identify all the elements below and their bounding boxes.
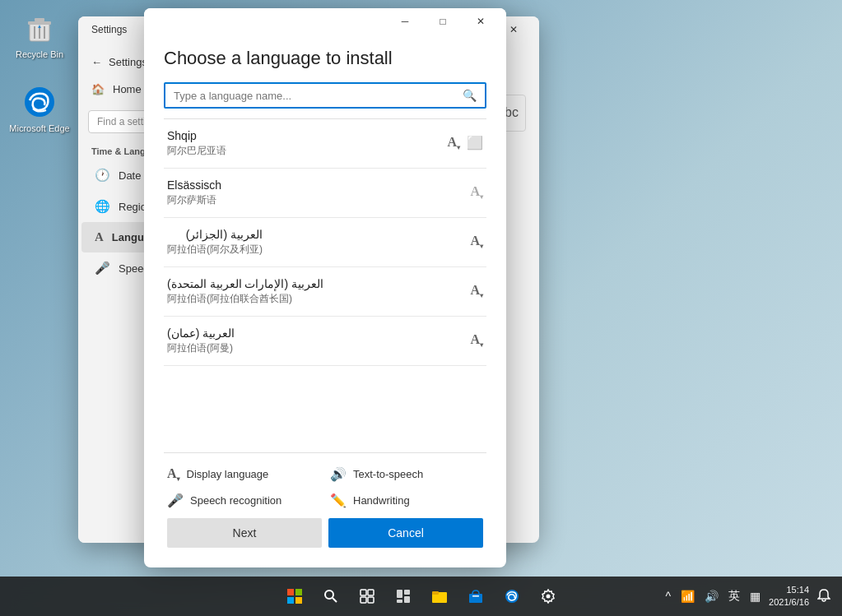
search-button[interactable] (314, 580, 347, 613)
taskbar-clock[interactable]: 15:14 2021/6/16 (769, 584, 809, 609)
speech-recognition-icon: 🎤 (167, 493, 184, 508)
taskbar: ^ 📶 🔊 英 ▦ 15:14 2021/6/16 (0, 577, 842, 616)
lang-native-arabic-oman: 阿拉伯语(阿曼) (167, 341, 235, 355)
next-button[interactable]: Next (167, 518, 322, 548)
notification-icon[interactable] (814, 586, 834, 608)
cancel-button[interactable]: Cancel (328, 518, 483, 548)
lang-search-input[interactable] (174, 90, 463, 102)
start-button[interactable] (278, 580, 311, 613)
lang-native-elsassisch: 阿尔萨斯语 (167, 193, 221, 207)
lang-native-arabic-algeria: 阿拉伯语(阿尔及利亚) (167, 243, 263, 257)
lang-dialog-buttons: Next Cancel (164, 518, 486, 554)
lang-titlebar-buttons: ─ □ ✕ (386, 8, 500, 35)
clock-icon: 🕐 (95, 168, 110, 183)
feature-text-to-speech: 🔊 Text-to-speech (330, 466, 483, 483)
handwriting-label: Handwriting (353, 494, 410, 507)
lang-item-arabic-oman[interactable]: العربية (عمان) 阿拉伯语(阿曼) A▾ (164, 317, 486, 366)
lang-item-info-arabic-algeria: العربية (الجزائر) 阿拉伯语(阿尔及利亚) (167, 228, 263, 257)
lang-icons-shqip: A▾ ⬜ (447, 135, 483, 151)
lang-maximize-button[interactable]: □ (424, 8, 462, 35)
display-lang-icon-arabic-uae: A▾ (470, 283, 483, 299)
svg-rect-13 (361, 590, 366, 595)
edge-image (20, 82, 59, 122)
display-language-icon: A▾ (167, 466, 180, 483)
lang-item-shqip[interactable]: Shqip 阿尔巴尼亚语 A▾ ⬜ (164, 119, 486, 169)
svg-rect-7 (287, 589, 294, 595)
lang-search-box[interactable]: 🔍 (164, 82, 486, 109)
lang-item-info-arabic-oman: العربية (عمان) 阿拉伯语(阿曼) (167, 327, 235, 355)
lang-item-info-arabic-uae: العربية (الإمارات العربية المتحدة) 阿拉伯语(… (167, 277, 323, 306)
lang-dialog-content: Choose a language to install 🔍 Shqip 阿尔巴… (144, 35, 506, 567)
display-lang-icon-shqip: A▾ (447, 135, 460, 151)
lang-item-info-elsassisch: Elsässisch 阿尔萨斯语 (167, 178, 221, 207)
handwriting-icon-shqip: ⬜ (467, 135, 483, 151)
lang-icons-arabic-uae: A▾ (470, 283, 483, 299)
lang-dialog-titlebar: ─ □ ✕ (144, 8, 506, 35)
svg-rect-14 (368, 590, 374, 595)
svg-rect-2 (35, 18, 44, 21)
svg-rect-18 (404, 590, 410, 595)
lang-native-arabic-uae: 阿拉伯语(阿拉伯联合酋长国) (167, 292, 323, 306)
feature-display-language: A▾ Display language (167, 466, 320, 483)
task-view-button[interactable] (351, 580, 384, 613)
svg-rect-10 (295, 597, 302, 604)
recycle-bin-label: Recycle Bin (16, 49, 63, 59)
lang-list: Shqip 阿尔巴尼亚语 A▾ ⬜ Elsässisch 阿尔萨斯语 (164, 118, 486, 452)
svg-rect-19 (397, 600, 402, 603)
store-button[interactable] (459, 580, 492, 613)
lang-name-arabic-algeria: العربية (الجزائر) (167, 228, 263, 241)
svg-rect-1 (28, 21, 51, 25)
settings-taskbar-button[interactable] (532, 580, 565, 613)
lang-item-arabic-algeria[interactable]: العربية (الجزائر) 阿拉伯语(阿尔及利亚) A▾ (164, 218, 486, 267)
home-icon: 🏠 (91, 83, 105, 95)
svg-rect-17 (397, 590, 402, 598)
lang-icons-arabic-oman: A▾ (470, 332, 483, 349)
back-icon: ← (91, 56, 102, 68)
svg-point-6 (25, 87, 54, 117)
lang-icons-arabic-algeria: A▾ (470, 234, 483, 250)
svg-line-12 (333, 598, 337, 602)
time-display: 15:14 (769, 584, 809, 596)
lang-name-shqip: Shqip (167, 129, 226, 142)
lang-name-arabic-uae: العربية (الإمارات العربية المتحدة) (167, 277, 323, 290)
taskbar-right: ^ 📶 🔊 英 ▦ 15:14 2021/6/16 (662, 584, 842, 609)
ime-icon[interactable]: ▦ (747, 586, 764, 606)
network-icon[interactable]: 📶 (677, 586, 698, 606)
recycle-bin-icon[interactable]: Recycle Bin (7, 8, 72, 59)
lang-indicator[interactable]: 英 (725, 586, 743, 607)
lang-item-elsassisch[interactable]: Elsässisch 阿尔萨斯语 A▾ (164, 169, 486, 218)
edge-label: Microsoft Edge (9, 123, 69, 133)
display-language-label: Display language (187, 468, 269, 480)
speech-icon: 🎤 (95, 261, 110, 276)
edge-taskbar-button[interactable] (495, 580, 528, 613)
volume-icon[interactable]: 🔊 (701, 586, 722, 606)
tray-expand-icon[interactable]: ^ (662, 586, 674, 606)
widgets-button[interactable] (387, 580, 420, 613)
feature-speech-recognition: 🎤 Speech recognition (167, 493, 320, 508)
handwriting-feature-icon: ✏️ (330, 493, 347, 508)
lang-name-elsassisch: Elsässisch (167, 178, 221, 192)
tts-label: Text-to-speech (353, 468, 423, 480)
edge-icon[interactable]: Microsoft Edge (7, 82, 72, 133)
system-tray: ^ 📶 🔊 英 ▦ (662, 586, 764, 607)
feature-handwriting: ✏️ Handwriting (330, 493, 483, 508)
tts-icon: 🔊 (330, 466, 347, 482)
settings-title: Settings (91, 24, 127, 35)
svg-rect-15 (361, 597, 366, 603)
svg-rect-23 (469, 594, 482, 603)
lang-icons-elsassisch: A▾ (470, 184, 483, 201)
lang-features-section: A▾ Display language 🔊 Text-to-speech 🎤 S… (164, 452, 486, 518)
recycle-bin-image (20, 8, 59, 48)
lang-native-shqip: 阿尔巴尼亚语 (167, 144, 226, 158)
language-icon: A (95, 230, 104, 244)
desktop: Recycle Bin Microsoft Edge Settings ─ □ … (0, 0, 842, 616)
lang-minimize-button[interactable]: ─ (386, 8, 424, 35)
date-display: 2021/6/16 (769, 596, 809, 609)
lang-close-button[interactable]: ✕ (462, 8, 500, 35)
lang-search-icon: 🔍 (463, 89, 477, 102)
taskbar-center (278, 580, 565, 613)
lang-item-info-shqip: Shqip 阿尔巴尼亚语 (167, 129, 226, 158)
explorer-button[interactable] (423, 580, 456, 613)
lang-item-arabic-uae[interactable]: العربية (الإمارات العربية المتحدة) 阿拉伯语(… (164, 267, 486, 317)
svg-rect-20 (404, 596, 410, 603)
